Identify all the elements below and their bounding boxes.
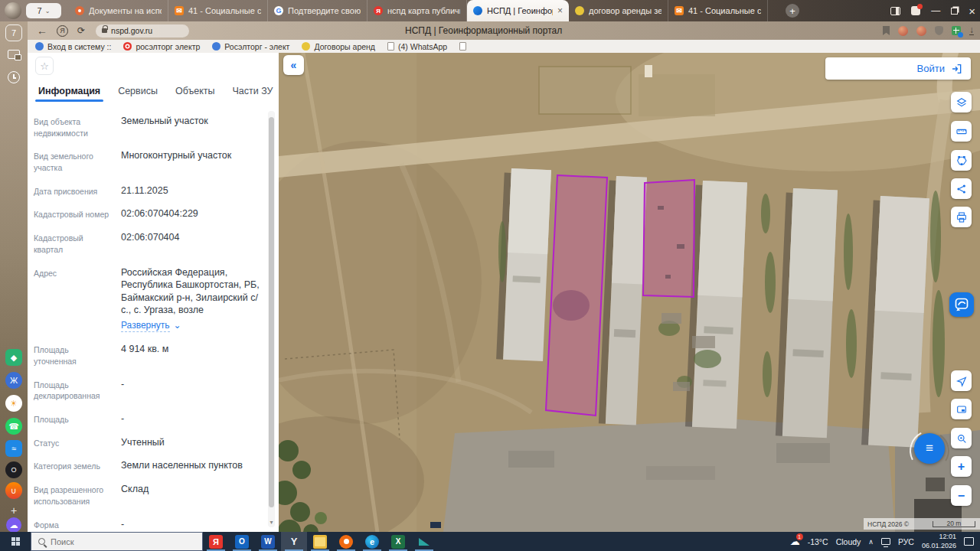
browser-tab-7[interactable]: ✉ 41 - Социальные сети — Я <box>668 0 768 21</box>
field-label: Кадастровый номер <box>34 207 110 220</box>
taskbar-search[interactable] <box>31 532 203 551</box>
extensions-icon[interactable] <box>911 6 920 15</box>
spreadsheet-extension-icon[interactable] <box>952 26 961 35</box>
taskbar-app-yandex-browser[interactable]: Y <box>281 532 307 551</box>
bookmark-item-whatsapp[interactable]: (4) WhatsApp <box>387 42 447 51</box>
bookmark-item[interactable]: росэлторг электр <box>123 42 200 51</box>
taskbar-app-edge[interactable]: e <box>359 532 385 551</box>
sidebar-panel-icon[interactable] <box>890 7 900 15</box>
reload-icon[interactable]: ⟳ <box>77 25 85 36</box>
taskbar-app-yandex-start[interactable] <box>333 532 359 551</box>
geolocate-button[interactable] <box>951 370 972 391</box>
field-value: Учтенный <box>121 436 263 449</box>
collapse-panel-button[interactable]: « <box>283 55 304 75</box>
weather-desc[interactable]: Cloudy <box>836 537 861 546</box>
network-icon[interactable] <box>881 538 890 545</box>
excel-app-icon: X <box>391 535 405 549</box>
yandex-search-icon[interactable]: Я <box>57 25 68 37</box>
overview-map-button[interactable] <box>951 399 972 419</box>
tab-information[interactable]: Информация <box>38 86 100 96</box>
minimize-button[interactable]: — <box>931 5 940 16</box>
profile-avatar[interactable] <box>5 2 21 19</box>
extension-avatar-icon[interactable] <box>916 26 926 36</box>
downloads-icon[interactable]: ↓ <box>969 26 974 35</box>
field-row: Кадастровый квартал 02:06:070404 <box>34 226 263 260</box>
bookmark-flag-icon[interactable] <box>883 26 890 35</box>
dark-app-icon[interactable]: O <box>5 461 22 478</box>
clock[interactable]: 12:01 06.01.2026 <box>922 533 956 550</box>
taskbar-app-excel[interactable]: X <box>385 532 411 551</box>
kontur-app-icon[interactable]: ≈ <box>5 440 22 457</box>
yandex-music-app-icon[interactable]: ∪ <box>5 482 22 499</box>
search-input[interactable] <box>51 537 173 546</box>
tab-label: договор аренды земельн <box>589 6 662 15</box>
favorite-star-button[interactable]: ☆ <box>35 57 54 75</box>
zoom-out-button[interactable]: − <box>951 485 972 506</box>
start-button[interactable] <box>0 532 31 551</box>
bookmark-item[interactable]: Вход в систему :: <box>35 42 111 51</box>
url-field[interactable]: nspd.gov.ru <box>96 24 189 37</box>
time: 12:01 <box>939 533 956 540</box>
field-label: Вид объекта недвижимости <box>34 115 110 139</box>
aerial-imagery[interactable] <box>279 53 980 532</box>
weather-cloud-icon[interactable]: ☁1 <box>790 536 800 547</box>
bookmark-item[interactable]: Договоры аренд <box>302 42 375 51</box>
bookmark-item[interactable]: Росэлторг - элект <box>212 42 289 51</box>
panel-scrollbar[interactable]: ▾ <box>268 111 275 527</box>
map-area[interactable]: « Войти <box>279 53 980 532</box>
close-tab-icon[interactable]: × <box>557 5 563 16</box>
bookmark-favicon <box>212 42 220 51</box>
tab-services[interactable]: Сервисы <box>118 86 158 96</box>
browser-tab-1[interactable]: Документы на исполнени <box>69 0 168 21</box>
scroll-down-arrow[interactable]: ▾ <box>268 519 275 526</box>
tray-expand-icon[interactable]: ∧ <box>868 538 874 546</box>
add-app-icon[interactable]: + <box>5 502 22 519</box>
extension-avatar-icon[interactable] <box>898 26 908 36</box>
notification-center-icon[interactable] <box>964 537 974 546</box>
scrollbar-thumb[interactable] <box>269 117 274 507</box>
browser-tab-2[interactable]: ✉ 41 - Социальные сети — Я <box>168 0 268 21</box>
nspd-draw-button[interactable] <box>949 292 974 317</box>
shield-icon[interactable] <box>935 26 943 35</box>
taskbar-app-yandex[interactable]: Я <box>203 532 229 551</box>
search-area-button[interactable] <box>951 428 972 448</box>
whatsapp-app-icon[interactable]: ☎ <box>5 418 22 435</box>
login-button[interactable]: Войти <box>825 57 971 80</box>
gosuslugi-app-icon[interactable]: Ж <box>5 372 22 389</box>
language-indicator[interactable]: РУС <box>898 537 914 546</box>
field-label: Вид разрешенного использования <box>34 483 110 507</box>
measure-ruler-button[interactable] <box>951 121 972 142</box>
parcel-highlight-second[interactable] <box>643 180 694 297</box>
taskbar-app-word[interactable]: W <box>255 532 281 551</box>
taskbar-app-outlook[interactable]: O <box>229 532 255 551</box>
layers-button[interactable] <box>951 92 972 112</box>
back-icon[interactable]: ← <box>37 24 47 37</box>
restore-button[interactable] <box>951 8 958 15</box>
tab-parcel-parts[interactable]: Части ЗУ <box>232 86 273 96</box>
browser-tab-4[interactable]: Я нспд карта публичная кад <box>368 0 467 21</box>
share-button[interactable] <box>951 178 972 199</box>
polygon-select-button[interactable] <box>951 150 972 171</box>
bookmark-item-blank[interactable] <box>459 42 466 51</box>
attribute-list: Вид объекта недвижимости Земельный участ… <box>34 109 263 551</box>
expand-address-link[interactable]: Развернуть ⌄ <box>121 320 181 333</box>
feedback-chat-button[interactable]: ≡ <box>914 433 945 464</box>
weather-temp[interactable]: -13°C <box>808 537 828 546</box>
history-clock-icon[interactable] <box>5 69 22 86</box>
taskbar-app-kontur[interactable] <box>411 532 437 551</box>
browser-tab-6[interactable]: договор аренды земельн <box>569 0 668 21</box>
zoom-in-button[interactable]: + <box>951 456 972 477</box>
tab-counter-button[interactable]: 7 ⌄ <box>26 3 61 18</box>
close-window-button[interactable]: × <box>969 5 975 18</box>
screenshot-icon[interactable] <box>5 46 22 63</box>
browser-tab-3[interactable]: G Подтвердите свою личнос <box>268 0 368 21</box>
print-button[interactable] <box>951 207 972 227</box>
tab-objects[interactable]: Объекты <box>175 86 215 96</box>
new-tab-button[interactable]: + <box>786 4 799 18</box>
taskbar-app-explorer[interactable] <box>307 532 333 551</box>
teams-app-icon[interactable]: ◆ <box>5 349 22 366</box>
cloud-app-icon[interactable]: ☁ <box>6 517 21 533</box>
tabs-panel-button[interactable]: 7 <box>5 24 22 41</box>
browser-tab-active-nspd[interactable]: НСПД | Геоинформаци × <box>467 0 569 21</box>
yandex-weather-app-icon[interactable]: ☀ <box>5 395 22 412</box>
